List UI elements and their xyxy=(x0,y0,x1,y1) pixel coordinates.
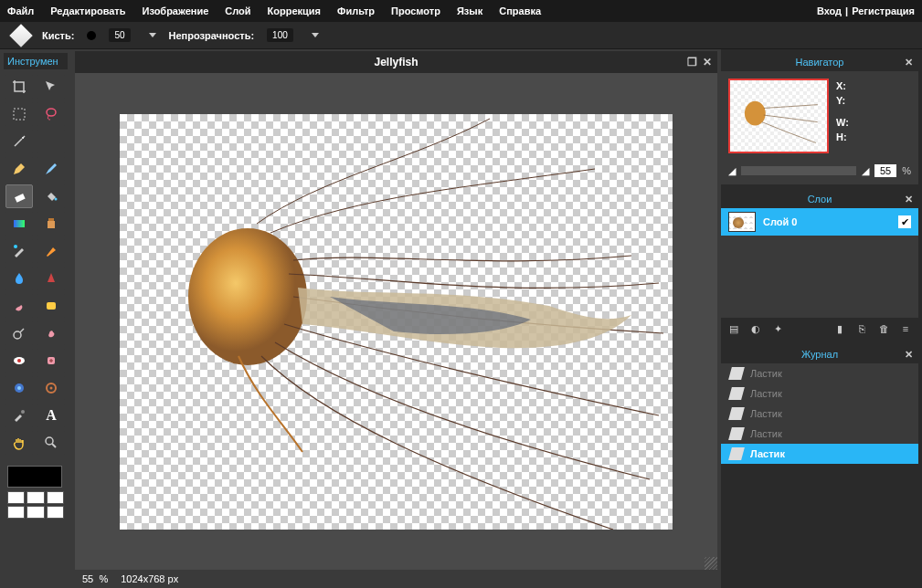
history-item[interactable]: Ластик xyxy=(721,404,918,424)
svg-point-17 xyxy=(50,387,53,390)
svg-rect-0 xyxy=(14,109,25,120)
canvas-image xyxy=(120,114,673,530)
crop-tool[interactable] xyxy=(5,75,33,99)
svg-point-1 xyxy=(47,109,56,116)
nav-zoom-value[interactable]: 55 xyxy=(874,164,896,177)
canvas-viewport[interactable] xyxy=(75,73,717,570)
menu-filter[interactable]: Фильтр xyxy=(337,5,375,16)
layers-close-icon[interactable]: ✕ xyxy=(905,194,913,205)
menu-bar: Файл Редактировать Изображение Слой Корр… xyxy=(0,0,922,22)
move-tool[interactable] xyxy=(37,75,65,99)
wand-tool[interactable] xyxy=(5,130,33,153)
swatch-3[interactable] xyxy=(47,491,64,504)
navigator-thumbnail[interactable] xyxy=(728,79,829,153)
duplicate-layer-icon[interactable]: ⎘ xyxy=(854,321,869,336)
swatch-5[interactable] xyxy=(26,506,44,519)
zoom-in-icon[interactable]: ◢ xyxy=(862,165,869,177)
sponge-tool[interactable] xyxy=(37,294,65,318)
layer-item[interactable]: Слой 0 ✔ xyxy=(721,208,918,236)
pencil-tool[interactable] xyxy=(5,157,33,181)
menu-view[interactable]: Просмотр xyxy=(391,5,440,16)
history-item[interactable]: Ластик xyxy=(721,383,918,404)
type-tool[interactable]: A xyxy=(37,404,65,427)
layers-menu-icon[interactable]: ≡ xyxy=(898,321,913,336)
history-title: Журнал xyxy=(801,349,838,360)
lasso-tool[interactable] xyxy=(37,102,65,126)
layers-panel: Слои ✕ Слой 0 ✔ ▤ ◐ ✦ ▮ ⎘ 🗑 ≡ xyxy=(721,190,918,340)
brush-tool[interactable] xyxy=(37,157,65,181)
menu-file[interactable]: Файл xyxy=(7,5,34,16)
brush-preview-icon[interactable] xyxy=(87,31,96,40)
svg-rect-5 xyxy=(14,220,25,227)
gradient-tool[interactable] xyxy=(5,212,33,236)
hand-tool[interactable] xyxy=(5,431,33,455)
bloat-tool[interactable] xyxy=(5,376,33,400)
panels-column: Навигатор ✕ X: Y: W: H: ◢ ◢ 55 xyxy=(721,49,922,588)
options-bar: Кисть: 50 Непрозрачность: 100 xyxy=(0,22,922,49)
foreground-color[interactable] xyxy=(7,466,62,488)
svg-point-19 xyxy=(46,437,53,445)
marquee-tool[interactable] xyxy=(5,102,33,126)
menu-adjustment[interactable]: Коррекция xyxy=(268,5,321,16)
dodge-tool[interactable] xyxy=(5,321,33,345)
delete-layer-icon[interactable]: 🗑 xyxy=(876,321,891,336)
new-layer-icon[interactable]: ▮ xyxy=(832,321,847,336)
layer-settings-icon[interactable]: ▤ xyxy=(726,321,741,336)
zoom-slider[interactable] xyxy=(741,166,856,175)
eraser-icon xyxy=(728,367,745,380)
history-item[interactable]: Ластик xyxy=(721,424,918,444)
menu-language[interactable]: Язык xyxy=(457,5,482,16)
maximize-icon[interactable]: ❐ xyxy=(687,56,697,68)
history-close-icon[interactable]: ✕ xyxy=(905,349,913,361)
swatch-4[interactable] xyxy=(7,506,25,519)
spot-heal-tool[interactable] xyxy=(37,349,65,373)
sharpen-tool[interactable] xyxy=(37,267,65,290)
burn-tool[interactable] xyxy=(37,321,65,345)
login-link[interactable]: Вход xyxy=(817,5,842,16)
register-link[interactable]: Регистрация xyxy=(852,5,915,16)
canvas[interactable] xyxy=(120,114,673,530)
brush-dropdown-icon[interactable] xyxy=(149,33,156,37)
layer-visibility-checkbox[interactable]: ✔ xyxy=(898,215,911,228)
menu-help[interactable]: Справка xyxy=(499,5,541,16)
blur-tool[interactable] xyxy=(5,267,33,290)
draw-tool[interactable] xyxy=(37,239,65,263)
resize-handle-icon[interactable] xyxy=(705,557,717,570)
redeye-tool[interactable] xyxy=(5,349,33,373)
navigator-close-icon[interactable]: ✕ xyxy=(905,57,913,68)
zoom-out-icon[interactable]: ◢ xyxy=(728,165,736,177)
menu-layer[interactable]: Слой xyxy=(225,5,250,16)
smudge-tool[interactable] xyxy=(5,294,33,318)
layer-mask-icon[interactable]: ◐ xyxy=(748,321,763,336)
eraser-tool[interactable] xyxy=(5,184,33,208)
svg-point-2 xyxy=(22,137,24,139)
menu-edit[interactable]: Редактировать xyxy=(50,5,125,16)
clone-tool[interactable] xyxy=(37,212,65,236)
bucket-tool[interactable] xyxy=(37,184,65,208)
layer-styles-icon[interactable]: ✦ xyxy=(770,321,785,336)
opacity-value[interactable]: 100 xyxy=(267,28,293,42)
swatch-6[interactable] xyxy=(47,506,64,519)
menu-image[interactable]: Изображение xyxy=(143,5,209,16)
zoom-value[interactable]: 55 % xyxy=(82,573,108,584)
history-item[interactable]: Ластик xyxy=(721,363,918,383)
eraser-icon xyxy=(728,447,745,460)
auth-separator: | xyxy=(845,5,848,16)
svg-point-8 xyxy=(14,245,17,248)
eyedropper-tool[interactable] xyxy=(5,404,33,427)
close-icon[interactable]: ✕ xyxy=(703,56,712,68)
layers-footer: ▤ ◐ ✦ ▮ ⎘ 🗑 ≡ xyxy=(721,318,918,340)
replace-color-tool[interactable] xyxy=(5,239,33,263)
toolbox-panel: Инструмен A xyxy=(0,49,71,588)
swatch-2[interactable] xyxy=(26,491,44,504)
opacity-dropdown-icon[interactable] xyxy=(312,33,319,37)
layer-name[interactable]: Слой 0 xyxy=(763,216,891,227)
layer-thumbnail[interactable] xyxy=(728,212,756,232)
zoom-tool[interactable] xyxy=(37,431,65,455)
pinch-tool[interactable] xyxy=(37,376,65,400)
brush-size-value[interactable]: 50 xyxy=(109,28,130,42)
svg-point-4 xyxy=(55,198,58,201)
swatch-1[interactable] xyxy=(7,491,25,504)
history-item[interactable]: Ластик xyxy=(721,444,918,464)
canvas-area: Jellyfish ❐ ✕ xyxy=(71,49,721,588)
